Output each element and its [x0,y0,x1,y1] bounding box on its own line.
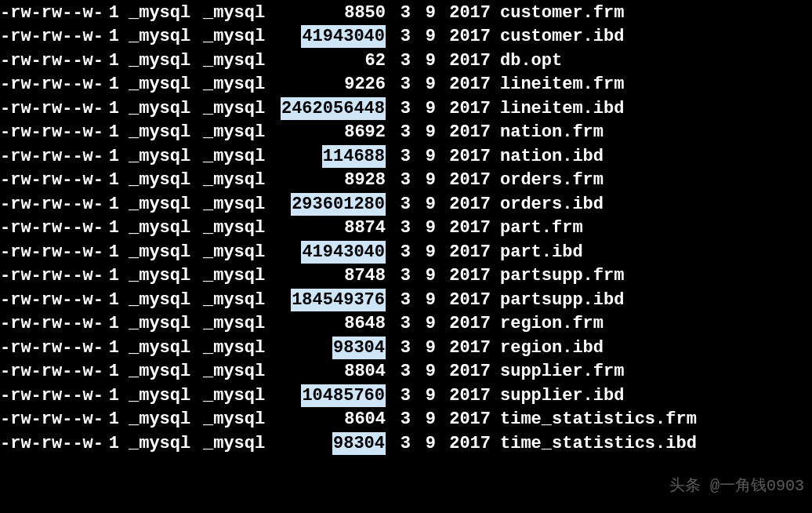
filename: supplier.frm [491,360,624,384]
day: 9 [411,432,436,457]
owner: _mysql [119,2,194,26]
month: 3 [386,384,411,409]
file-listing-row[interactable]: -rw-rw--w-1_mysql_mysql98304392017region… [0,337,812,361]
day: 9 [411,337,436,361]
year: 2017 [436,49,491,74]
file-size-cell: 41943040 [272,25,386,49]
month: 3 [386,241,411,265]
file-listing-row[interactable]: -rw-rw--w-1_mysql_mysql293601280392017or… [0,193,812,217]
file-listing-row[interactable]: -rw-rw--w-1_mysql_mysql41943040392017par… [0,241,812,265]
owner: _mysql [119,25,194,49]
file-size-highlighted: 114688 [322,145,386,168]
file-listing-row[interactable]: -rw-rw--w-1_mysql_mysql8850392017custome… [0,2,812,26]
group: _mysql [194,121,272,145]
month: 3 [386,408,411,432]
file-listing-row[interactable]: -rw-rw--w-1_mysql_mysql8748392017partsup… [0,265,812,289]
group: _mysql [194,264,272,289]
month: 3 [386,49,411,74]
owner: _mysql [119,193,194,217]
link-count: 1 [102,384,119,409]
day: 9 [411,73,436,97]
group: _mysql [194,360,272,384]
file-listing-row[interactable]: -rw-rw--w-1_mysql_mysql98304392017time_s… [0,432,812,457]
file-listing-row[interactable]: -rw-rw--w-1_mysql_mysql184549376392017pa… [0,289,812,313]
filename: part.frm [491,216,583,241]
file-size-cell: 2462056448 [272,97,386,122]
month: 3 [386,145,411,169]
permissions: -rw-rw--w- [0,97,102,122]
group: _mysql [194,432,272,457]
file-listing-row[interactable]: -rw-rw--w-1_mysql_mysql41943040392017cus… [0,26,812,50]
group: _mysql [194,289,272,313]
year: 2017 [436,25,491,49]
file-listing-row[interactable]: -rw-rw--w-1_mysql_mysql62392017db.opt [0,49,812,74]
filename: part.ibd [491,241,583,265]
month: 3 [386,337,411,361]
day: 9 [411,264,436,289]
month: 3 [386,121,411,145]
group: _mysql [194,337,272,361]
permissions: -rw-rw--w- [0,193,102,217]
link-count: 1 [102,193,119,217]
file-size-cell: 8928 [272,169,386,193]
file-listing-row[interactable]: -rw-rw--w-1_mysql_mysql8928392017orders.… [0,169,812,194]
filename: partsupp.frm [491,264,624,289]
filename: time_statistics.ibd [491,432,697,457]
year: 2017 [436,289,491,313]
file-size-highlighted: 98304 [332,337,386,359]
year: 2017 [436,408,491,432]
permissions: -rw-rw--w- [0,169,102,193]
file-size-cell: 8604 [272,408,386,432]
file-listing-row[interactable]: -rw-rw--w-1_mysql_mysql2462056448392017l… [0,97,812,122]
filename: orders.ibd [491,193,604,217]
year: 2017 [436,241,491,265]
month: 3 [386,73,411,97]
file-size-cell: 8692 [272,121,386,145]
link-count: 1 [102,289,119,313]
link-count: 1 [102,73,119,97]
permissions: -rw-rw--w- [0,312,102,337]
file-listing-row[interactable]: -rw-rw--w-1_mysql_mysql8604392017time_st… [0,409,812,433]
month: 3 [386,2,411,26]
permissions: -rw-rw--w- [0,216,102,241]
file-listing-row[interactable]: -rw-rw--w-1_mysql_mysql8692392017nation.… [0,122,812,146]
year: 2017 [436,97,491,122]
file-size-highlighted: 41943040 [301,241,386,264]
owner: _mysql [119,289,194,313]
permissions: -rw-rw--w- [0,408,102,432]
file-listing-row[interactable]: -rw-rw--w-1_mysql_mysql8648392017region.… [0,313,812,337]
file-listing-row[interactable]: -rw-rw--w-1_mysql_mysql114688392017natio… [0,145,812,169]
group: _mysql [194,216,272,241]
owner: _mysql [119,169,194,193]
permissions: -rw-rw--w- [0,241,102,265]
owner: _mysql [119,49,194,74]
group: _mysql [194,25,272,49]
link-count: 1 [102,408,119,432]
file-listing-row[interactable]: -rw-rw--w-1_mysql_mysql10485760392017sup… [0,384,812,409]
permissions: -rw-rw--w- [0,25,102,49]
day: 9 [411,289,436,313]
day: 9 [411,216,436,241]
terminal-output[interactable]: -rw-rw--w-1_mysql_mysql8850392017custome… [0,0,812,458]
group: _mysql [194,312,272,337]
month: 3 [386,193,411,217]
filename: partsupp.ibd [491,289,624,313]
permissions: -rw-rw--w- [0,121,102,145]
filename: region.ibd [491,337,604,361]
permissions: -rw-rw--w- [0,49,102,74]
file-size-highlighted: 41943040 [301,25,386,48]
year: 2017 [436,337,491,361]
month: 3 [386,25,411,49]
file-listing-row[interactable]: -rw-rw--w-1_mysql_mysql8804392017supplie… [0,361,812,385]
file-size-cell: 114688 [272,145,386,169]
month: 3 [386,360,411,384]
file-listing-row[interactable]: -rw-rw--w-1_mysql_mysql9226392017lineite… [0,74,812,98]
month: 3 [386,169,411,193]
filename: supplier.ibd [491,384,624,409]
year: 2017 [436,2,491,26]
link-count: 1 [102,2,119,26]
file-listing-row[interactable]: -rw-rw--w-1_mysql_mysql8874392017part.fr… [0,217,812,242]
year: 2017 [436,121,491,145]
month: 3 [386,264,411,289]
link-count: 1 [102,49,119,74]
